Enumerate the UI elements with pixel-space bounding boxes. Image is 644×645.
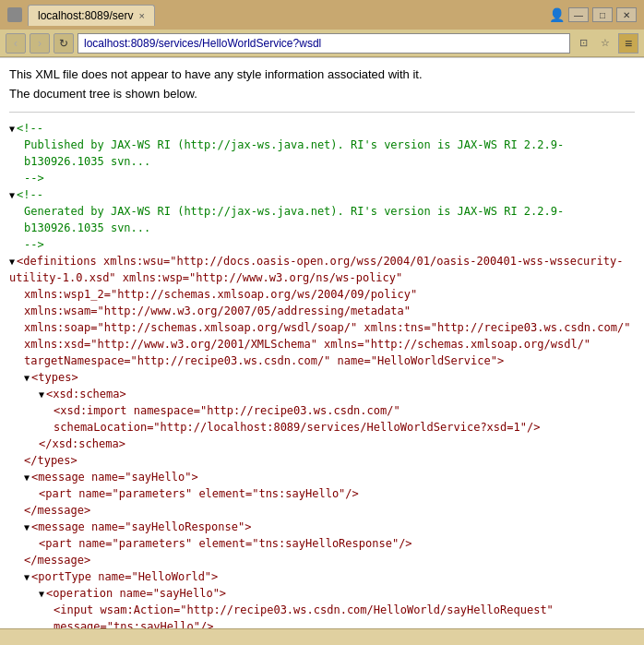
refresh-button[interactable]: ↻	[54, 33, 74, 54]
definitions-line4: xmlns:soap="http://schemas.xmlsoap.org/w…	[9, 319, 635, 336]
nav-bar: ‹ › ↻ ⊡ ☆ ≡	[0, 30, 644, 57]
xsd-import: <xsd:import namespace="http://recipe03.w…	[9, 402, 635, 419]
schema-close: </xsd:schema>	[9, 436, 635, 452]
collapse-icon-operation[interactable]: ▼	[39, 589, 44, 599]
definitions-line3: xmlns:wsam="http://www.w3.org/2007/05/ad…	[9, 303, 635, 319]
collapse-icon-msg2[interactable]: ▼	[24, 522, 30, 532]
xml-comment-2-open: ▼<!--	[9, 186, 635, 203]
info-message: This XML file does not appear to have an…	[9, 66, 635, 104]
window-controls: 👤 — □ ✕	[549, 7, 637, 22]
input-line2: message="tns:sayHello"/>	[9, 618, 635, 628]
tab-close-button[interactable]: ×	[138, 10, 144, 21]
xml-comment-2-close: -->	[9, 236, 635, 253]
porttype-open: ▼<portType name="HelloWorld">	[9, 568, 635, 585]
minimize-button[interactable]: —	[568, 7, 589, 22]
nav-icons: ⊡ ☆	[574, 34, 614, 53]
collapse-icon-2[interactable]: ▼	[9, 190, 15, 200]
maximize-button[interactable]: □	[592, 7, 613, 22]
user-avatar: 👤	[549, 7, 565, 22]
definitions-line1: ▼<definitions xmlns:wsu="http://docs.oas…	[9, 253, 635, 286]
collapse-icon-msg1[interactable]: ▼	[24, 472, 30, 483]
message1-part: <part name="parameters" element="tns:say…	[9, 485, 635, 502]
bookmark-icon[interactable]: ⊡	[574, 34, 592, 53]
xsd-import2: schemaLocation="http://localhost:8089/se…	[9, 419, 635, 436]
collapse-icon-porttype[interactable]: ▼	[24, 572, 30, 582]
message2-close: </message>	[9, 552, 635, 568]
collapse-icon-1[interactable]: ▼	[9, 124, 15, 134]
browser-icon	[7, 7, 22, 22]
browser-tab[interactable]: localhost:8089/serv ×	[28, 5, 155, 26]
star-icon[interactable]: ☆	[596, 34, 614, 53]
schema-open: ▼<xsd:schema>	[9, 386, 635, 402]
info-line1: This XML file does not appear to have an…	[9, 67, 423, 81]
status-bar	[0, 628, 644, 645]
forward-button[interactable]: ›	[30, 33, 50, 54]
tab-title: localhost:8089/serv	[38, 9, 133, 22]
types-open: ▼<types>	[9, 369, 635, 386]
divider	[9, 112, 635, 113]
operation-open: ▼<operation name="sayHello">	[9, 585, 635, 602]
message2-part: <part name="parameters" element="tns:say…	[9, 535, 635, 552]
definitions-line5: xmlns:xsd="http://www.w3.org/2001/XMLSch…	[9, 336, 635, 352]
xml-content: ▼<!-- Published by JAX-WS RI (http://jax…	[9, 120, 635, 628]
xml-comment-1-open: ▼<!--	[9, 120, 635, 137]
back-button[interactable]: ‹	[6, 33, 26, 54]
address-bar[interactable]	[78, 33, 570, 54]
title-bar: localhost:8089/serv × 👤 — □ ✕	[0, 0, 644, 30]
types-close: </types>	[9, 452, 635, 469]
collapse-icon-types[interactable]: ▼	[24, 373, 30, 383]
collapse-icon-definitions[interactable]: ▼	[9, 257, 15, 267]
close-button[interactable]: ✕	[616, 7, 637, 22]
definitions-line2: xmlns:wsp1_2="http://schemas.xmlsoap.org…	[9, 286, 635, 303]
xml-comment-1-close: -->	[9, 170, 635, 186]
collapse-icon-schema[interactable]: ▼	[39, 389, 44, 400]
input-line: <input wsam:Action="http://recipe03.ws.c…	[9, 602, 635, 618]
definitions-line6: targetNamespace="http://recipe03.ws.csdn…	[9, 352, 635, 369]
info-line2: The document tree is shown below.	[9, 87, 197, 101]
xml-comment-2-content: Generated by JAX-WS RI (http://jax-ws.ja…	[9, 203, 635, 236]
message1-close: </message>	[9, 502, 635, 519]
message1-open: ▼<message name="sayHello">	[9, 469, 635, 485]
menu-button[interactable]: ≡	[618, 33, 638, 54]
content-area[interactable]: This XML file does not appear to have an…	[0, 57, 644, 628]
xml-comment-1-content: Published by JAX-WS RI (http://jax-ws.ja…	[9, 137, 635, 170]
message2-open: ▼<message name="sayHelloResponse">	[9, 519, 635, 535]
